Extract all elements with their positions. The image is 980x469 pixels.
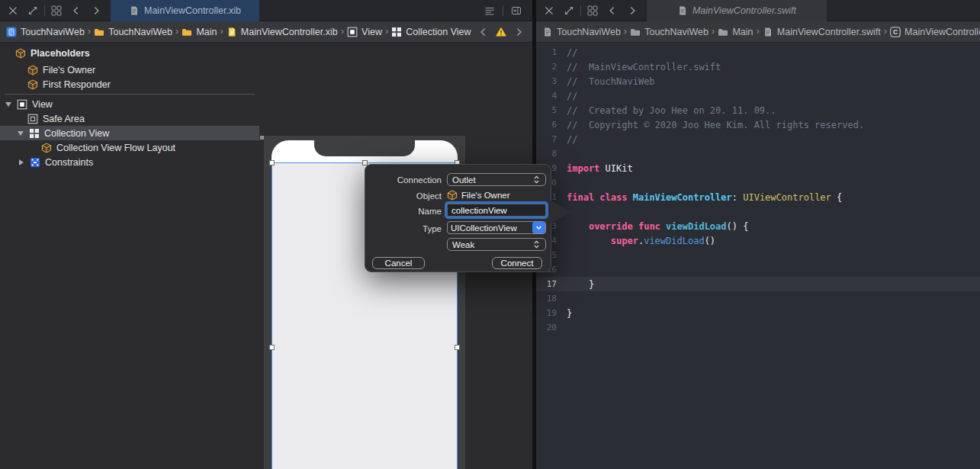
outline-row[interactable]: Placeholders: [0, 46, 259, 60]
code-line[interactable]: 11final class MainViewController: UIView…: [536, 190, 980, 204]
code-line[interactable]: 3// TouchNaviWeb: [536, 74, 980, 88]
breadcrumb-item[interactable]: Main: [182, 27, 217, 37]
cube-icon: [447, 190, 458, 201]
expand-editor-icon[interactable]: [559, 0, 579, 21]
breadcrumb-item[interactable]: CMainViewController: [890, 27, 980, 37]
line-number[interactable]: 6: [536, 120, 567, 130]
line-number[interactable]: 8: [536, 149, 567, 159]
line-number[interactable]: 5: [536, 105, 567, 115]
breadcrumb-item[interactable]: Main: [718, 27, 753, 37]
close-editor-icon[interactable]: [539, 0, 559, 21]
code-line[interactable]: 5// Created by Joo Hee on 20. 11. 09..: [536, 103, 980, 117]
name-input[interactable]: collectionView: [447, 204, 546, 217]
viewsq-icon: [347, 27, 358, 37]
close-icon: [544, 5, 554, 16]
breadcrumb-item[interactable]: TouchNaviWeb: [94, 27, 172, 37]
outline-row[interactable]: View: [0, 97, 259, 111]
issue-forward-chevron-icon[interactable]: [511, 21, 526, 43]
tab-mainviewcontroller-xib[interactable]: MainViewController.xib: [111, 0, 259, 21]
code-line[interactable]: 16: [536, 262, 980, 277]
code-line[interactable]: 2// MainViewController.swift: [536, 59, 980, 74]
chevr-icon: [627, 5, 638, 16]
right-jump-bar: TouchNaviWeb›TouchNaviWeb›Main›MainViewC…: [536, 21, 980, 43]
breadcrumb-item[interactable]: TouchNaviWeb: [630, 27, 708, 37]
disclosure-open-icon[interactable]: [17, 131, 24, 136]
code-line[interactable]: 6// Copyright © 2020 Joo Hee Kim. All ri…: [536, 117, 980, 132]
code-text: super.viewDidLoad(): [567, 236, 980, 246]
line-number[interactable]: 3: [536, 76, 567, 86]
resize-handle[interactable]: [269, 160, 275, 165]
cube-icon: [27, 65, 38, 75]
back-chevron-icon[interactable]: [66, 0, 86, 21]
back-chevron-icon[interactable]: [602, 0, 622, 21]
cube-icon: [27, 79, 38, 90]
type-dropdown-button[interactable]: [532, 222, 545, 233]
forward-chevron-icon[interactable]: [86, 0, 106, 21]
expand-editor-icon[interactable]: [23, 0, 43, 21]
outline-row[interactable]: Constraints: [0, 155, 259, 169]
code-line[interactable]: 15: [536, 248, 980, 262]
code-line[interactable]: 1//: [536, 45, 980, 59]
code-line[interactable]: 13 override func viewDidLoad() {: [536, 219, 980, 233]
connection-select[interactable]: Outlet: [447, 173, 546, 186]
breadcrumb-label: TouchNaviWeb: [644, 27, 708, 37]
close-icon: [8, 5, 18, 16]
outline-row[interactable]: First Responder: [0, 77, 259, 92]
code-line[interactable]: 9import UIKit: [536, 161, 980, 175]
resize-handle[interactable]: [455, 345, 460, 350]
code-line[interactable]: 17 }: [536, 277, 980, 291]
code-line[interactable]: 14 super.viewDidLoad(): [536, 233, 980, 248]
outline-row[interactable]: File's Owner: [0, 63, 259, 77]
outlet-connection-popover: Connection Outlet Object File's Owner Na…: [365, 164, 551, 272]
line-number[interactable]: 1: [536, 47, 567, 57]
outline-row[interactable]: Collection View Flow Layout: [0, 140, 259, 155]
breadcrumb-item[interactable]: TouchNaviWeb: [6, 27, 85, 37]
close-editor-icon[interactable]: [3, 0, 23, 21]
breadcrumb-label: Collection View: [406, 27, 471, 37]
code-editor[interactable]: 1//2// MainViewController.swift3// Touch…: [536, 43, 980, 469]
breadcrumb-item[interactable]: MainViewController.xib: [227, 27, 338, 37]
disclosure-open-icon[interactable]: [5, 102, 12, 107]
tab-mainviewcontroller-swift[interactable]: MainViewController.swift: [647, 0, 827, 21]
add-editor-icon[interactable]: [506, 0, 526, 21]
warning-icon[interactable]: [493, 21, 509, 43]
outline-label: Collection View Flow Layout: [56, 143, 175, 153]
connect-button[interactable]: Connect: [492, 257, 542, 269]
line-number[interactable]: 4: [536, 91, 567, 101]
outline-label: Safe Area: [43, 114, 85, 124]
cancel-button[interactable]: Cancel: [372, 257, 425, 269]
resize-handle[interactable]: [269, 345, 275, 350]
code-line[interactable]: 7//: [536, 132, 980, 146]
code-line[interactable]: 8: [536, 146, 980, 161]
breadcrumb-label: TouchNaviWeb: [21, 27, 85, 37]
type-combo[interactable]: UICollectionView: [447, 221, 546, 234]
breadcrumb-item[interactable]: View: [347, 27, 382, 37]
storage-select[interactable]: Weak: [447, 238, 546, 251]
code-line[interactable]: 12: [536, 204, 980, 219]
issue-back-chevron-icon[interactable]: [476, 21, 491, 43]
code-line[interactable]: 4//: [536, 88, 980, 103]
line-number[interactable]: 20: [536, 323, 567, 332]
code-line[interactable]: 18: [536, 291, 980, 306]
line-number[interactable]: 18: [536, 294, 567, 304]
forward-chevron-icon[interactable]: [622, 0, 642, 21]
outline-row[interactable]: Safe Area: [0, 111, 259, 126]
safearea-icon: [27, 114, 38, 124]
line-number[interactable]: 2: [536, 62, 567, 72]
code-line[interactable]: 20: [536, 320, 980, 335]
line-number[interactable]: 17: [536, 279, 567, 289]
disclosure-closed-icon[interactable]: [18, 159, 25, 165]
code-text: //: [567, 47, 980, 58]
left-jump-bar: TouchNaviWeb›TouchNaviWeb›Main›MainViewC…: [0, 21, 532, 43]
code-line[interactable]: 19}: [536, 306, 980, 320]
related-items-icon[interactable]: [583, 0, 602, 21]
line-number[interactable]: 7: [536, 134, 567, 144]
code-line[interactable]: 10: [536, 175, 980, 190]
breadcrumb-item[interactable]: Collection View: [391, 27, 471, 37]
breadcrumb-item[interactable]: MainViewController.swift: [763, 27, 881, 37]
outline-row[interactable]: Collection View: [0, 126, 259, 140]
document-outline-toggle-icon[interactable]: [480, 0, 500, 21]
breadcrumb-item[interactable]: TouchNaviWeb: [542, 27, 621, 37]
line-number[interactable]: 19: [536, 308, 567, 318]
related-items-icon[interactable]: [47, 0, 66, 21]
